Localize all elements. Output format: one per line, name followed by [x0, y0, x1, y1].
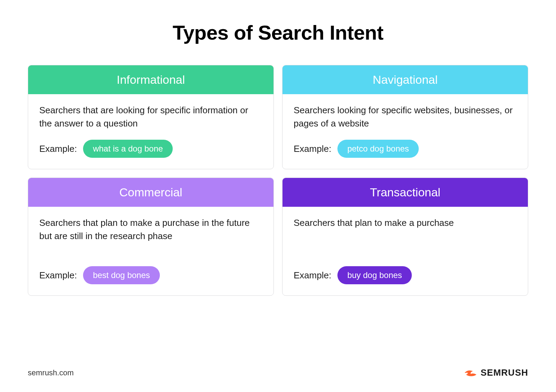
example-label: Example:	[294, 144, 331, 154]
card-commercial: Commercial Searchers that plan to make a…	[28, 178, 274, 296]
example-row: Example: best dog bones	[39, 266, 262, 284]
example-row: Example: buy dog bones	[294, 266, 517, 284]
page-title: Types of Search Intent	[28, 21, 528, 44]
card-informational: Informational Searchers that are looking…	[28, 65, 274, 169]
card-description: Searchers that plan to make a purchase i…	[39, 217, 262, 256]
cards-grid: Informational Searchers that are looking…	[28, 65, 528, 296]
flame-icon	[464, 368, 477, 378]
card-header: Informational	[28, 65, 273, 94]
card-description: Searchers looking for specific websites,…	[294, 104, 517, 130]
card-body: Searchers that are looking for specific …	[28, 94, 273, 169]
example-pill: petco dog bones	[337, 140, 418, 158]
example-row: Example: petco dog bones	[294, 140, 517, 158]
footer: semrush.com SEMRUSH	[28, 367, 528, 378]
card-description: Searchers that plan to make a purchase	[294, 217, 517, 256]
card-body: Searchers that plan to make a purchase i…	[28, 207, 273, 295]
card-header: Navigational	[283, 65, 528, 94]
brand-name: SEMRUSH	[481, 367, 528, 378]
example-pill: what is a dog bone	[83, 140, 172, 158]
card-header: Commercial	[28, 178, 273, 207]
card-body: Searchers looking for specific websites,…	[283, 94, 528, 169]
card-header: Transactional	[283, 178, 528, 207]
footer-url: semrush.com	[28, 368, 74, 377]
card-body: Searchers that plan to make a purchase E…	[283, 207, 528, 295]
example-pill: best dog bones	[83, 266, 160, 284]
example-label: Example:	[294, 270, 331, 281]
example-label: Example:	[39, 144, 77, 154]
card-transactional: Transactional Searchers that plan to mak…	[282, 178, 528, 296]
example-pill: buy dog bones	[337, 266, 411, 284]
card-description: Searchers that are looking for specific …	[39, 104, 262, 130]
example-label: Example:	[39, 270, 77, 281]
example-row: Example: what is a dog bone	[39, 140, 262, 158]
brand-logo: SEMRUSH	[464, 367, 528, 378]
card-navigational: Navigational Searchers looking for speci…	[282, 65, 528, 169]
